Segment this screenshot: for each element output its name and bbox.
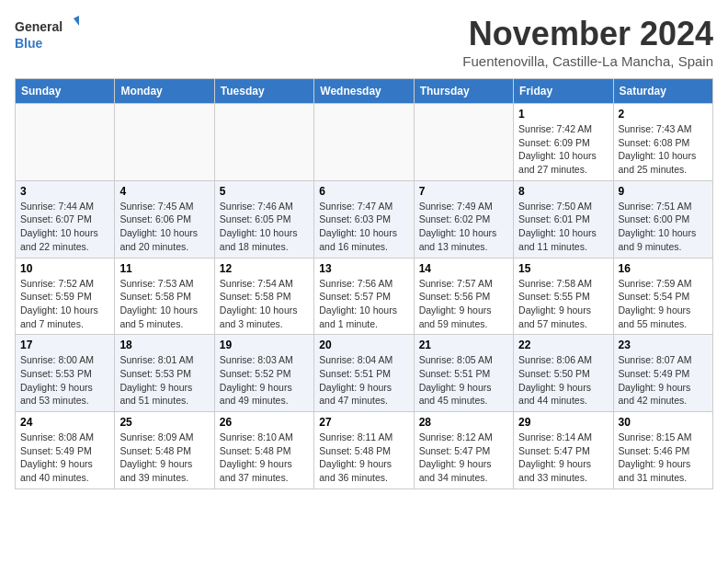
header: General Blue November 2024 Fuentenovilla… (15, 15, 713, 69)
weekday-header: Tuesday (214, 79, 313, 104)
day-number: 28 (419, 416, 508, 429)
calendar: SundayMondayTuesdayWednesdayThursdayFrid… (15, 78, 713, 489)
day-number: 23 (619, 339, 708, 351)
calendar-cell: 4Sunrise: 7:45 AM Sunset: 6:06 PM Daylig… (115, 180, 214, 258)
day-info: Sunrise: 7:52 AM Sunset: 5:59 PM Dayligh… (20, 277, 109, 331)
day-number: 27 (319, 416, 408, 429)
calendar-cell: 7Sunrise: 7:49 AM Sunset: 6:02 PM Daylig… (414, 180, 513, 258)
calendar-cell: 15Sunrise: 7:58 AM Sunset: 5:55 PM Dayli… (514, 258, 613, 335)
calendar-cell: 27Sunrise: 8:11 AM Sunset: 5:48 PM Dayli… (314, 412, 414, 489)
calendar-cell: 13Sunrise: 7:56 AM Sunset: 5:57 PM Dayli… (314, 258, 414, 335)
day-info: Sunrise: 8:03 AM Sunset: 5:52 PM Dayligh… (220, 353, 309, 408)
calendar-cell (414, 104, 513, 181)
calendar-cell: 20Sunrise: 8:04 AM Sunset: 5:51 PM Dayli… (314, 335, 414, 412)
calendar-cell: 19Sunrise: 8:03 AM Sunset: 5:52 PM Dayli… (214, 335, 313, 412)
calendar-cell: 10Sunrise: 7:52 AM Sunset: 5:59 PM Dayli… (16, 258, 115, 335)
weekday-header: Wednesday (314, 79, 414, 104)
calendar-cell: 2Sunrise: 7:43 AM Sunset: 6:08 PM Daylig… (613, 104, 712, 181)
calendar-cell: 29Sunrise: 8:14 AM Sunset: 5:47 PM Dayli… (514, 412, 613, 489)
day-number: 26 (220, 416, 309, 429)
day-info: Sunrise: 8:15 AM Sunset: 5:46 PM Dayligh… (619, 431, 708, 485)
day-info: Sunrise: 7:44 AM Sunset: 6:07 PM Dayligh… (20, 200, 109, 254)
day-info: Sunrise: 8:01 AM Sunset: 5:53 PM Dayligh… (119, 353, 209, 408)
calendar-cell (115, 104, 214, 181)
day-info: Sunrise: 7:57 AM Sunset: 5:56 PM Dayligh… (419, 277, 508, 331)
day-number: 6 (319, 185, 408, 198)
day-number: 8 (518, 185, 608, 198)
day-info: Sunrise: 7:56 AM Sunset: 5:57 PM Dayligh… (319, 277, 408, 331)
day-info: Sunrise: 7:43 AM Sunset: 6:08 PM Dayligh… (619, 122, 708, 177)
day-info: Sunrise: 7:51 AM Sunset: 6:00 PM Dayligh… (619, 200, 708, 254)
weekday-header: Thursday (414, 79, 513, 104)
day-info: Sunrise: 7:49 AM Sunset: 6:02 PM Dayligh… (419, 200, 508, 254)
calendar-cell (314, 104, 414, 181)
calendar-cell: 14Sunrise: 7:57 AM Sunset: 5:56 PM Dayli… (414, 258, 513, 335)
calendar-cell: 1Sunrise: 7:42 AM Sunset: 6:09 PM Daylig… (514, 104, 613, 181)
day-number: 5 (220, 185, 309, 198)
calendar-cell: 3Sunrise: 7:44 AM Sunset: 6:07 PM Daylig… (16, 180, 115, 258)
day-number: 18 (119, 339, 209, 351)
calendar-cell: 9Sunrise: 7:51 AM Sunset: 6:00 PM Daylig… (613, 180, 712, 258)
day-number: 13 (319, 262, 408, 275)
calendar-cell: 24Sunrise: 8:08 AM Sunset: 5:49 PM Dayli… (16, 412, 115, 489)
calendar-week-row: 10Sunrise: 7:52 AM Sunset: 5:59 PM Dayli… (16, 258, 713, 335)
day-info: Sunrise: 8:05 AM Sunset: 5:51 PM Dayligh… (419, 353, 508, 408)
day-number: 15 (518, 262, 608, 275)
calendar-week-row: 17Sunrise: 8:00 AM Sunset: 5:53 PM Dayli… (16, 335, 713, 412)
location: Fuentenovilla, Castille-La Mancha, Spain (462, 53, 713, 69)
day-number: 12 (220, 262, 309, 275)
day-info: Sunrise: 8:09 AM Sunset: 5:48 PM Dayligh… (119, 431, 209, 485)
weekday-header-row: SundayMondayTuesdayWednesdayThursdayFrid… (16, 79, 713, 104)
calendar-cell: 11Sunrise: 7:53 AM Sunset: 5:58 PM Dayli… (115, 258, 214, 335)
logo-svg: General Blue (15, 15, 79, 53)
day-number: 29 (518, 416, 608, 429)
svg-text:General: General (15, 19, 63, 34)
day-number: 16 (619, 262, 708, 275)
day-info: Sunrise: 7:59 AM Sunset: 5:54 PM Dayligh… (619, 277, 708, 331)
day-info: Sunrise: 7:58 AM Sunset: 5:55 PM Dayligh… (518, 277, 608, 331)
day-number: 3 (20, 185, 109, 198)
calendar-cell: 8Sunrise: 7:50 AM Sunset: 6:01 PM Daylig… (514, 180, 613, 258)
svg-marker-2 (74, 15, 79, 26)
svg-text:Blue: Blue (15, 36, 43, 51)
calendar-cell: 17Sunrise: 8:00 AM Sunset: 5:53 PM Dayli… (16, 335, 115, 412)
day-info: Sunrise: 8:06 AM Sunset: 5:50 PM Dayligh… (518, 353, 608, 408)
day-number: 21 (419, 339, 508, 351)
day-info: Sunrise: 7:46 AM Sunset: 6:05 PM Dayligh… (220, 200, 309, 254)
weekday-header: Monday (115, 79, 214, 104)
day-number: 30 (619, 416, 708, 429)
day-info: Sunrise: 8:08 AM Sunset: 5:49 PM Dayligh… (20, 431, 109, 485)
day-info: Sunrise: 7:50 AM Sunset: 6:01 PM Dayligh… (518, 200, 608, 254)
logo: General Blue (15, 15, 79, 53)
weekday-header: Saturday (613, 79, 712, 104)
calendar-cell: 23Sunrise: 8:07 AM Sunset: 5:49 PM Dayli… (613, 335, 712, 412)
calendar-cell: 30Sunrise: 8:15 AM Sunset: 5:46 PM Dayli… (613, 412, 712, 489)
day-info: Sunrise: 8:11 AM Sunset: 5:48 PM Dayligh… (319, 431, 408, 485)
day-number: 9 (619, 185, 708, 198)
month-title: November 2024 (462, 15, 713, 53)
calendar-cell: 22Sunrise: 8:06 AM Sunset: 5:50 PM Dayli… (514, 335, 613, 412)
day-info: Sunrise: 8:12 AM Sunset: 5:47 PM Dayligh… (419, 431, 508, 485)
calendar-cell: 28Sunrise: 8:12 AM Sunset: 5:47 PM Dayli… (414, 412, 513, 489)
title-section: November 2024 Fuentenovilla, Castille-La… (462, 15, 713, 69)
day-info: Sunrise: 7:45 AM Sunset: 6:06 PM Dayligh… (119, 200, 209, 254)
day-info: Sunrise: 7:47 AM Sunset: 6:03 PM Dayligh… (319, 200, 408, 254)
day-number: 10 (20, 262, 109, 275)
day-info: Sunrise: 8:04 AM Sunset: 5:51 PM Dayligh… (319, 353, 408, 408)
day-number: 2 (619, 108, 708, 121)
day-info: Sunrise: 8:10 AM Sunset: 5:48 PM Dayligh… (220, 431, 309, 485)
calendar-cell: 18Sunrise: 8:01 AM Sunset: 5:53 PM Dayli… (115, 335, 214, 412)
calendar-cell: 25Sunrise: 8:09 AM Sunset: 5:48 PM Dayli… (115, 412, 214, 489)
calendar-week-row: 24Sunrise: 8:08 AM Sunset: 5:49 PM Dayli… (16, 412, 713, 489)
calendar-cell (16, 104, 115, 181)
day-number: 22 (518, 339, 608, 351)
day-number: 1 (518, 108, 608, 121)
day-info: Sunrise: 8:00 AM Sunset: 5:53 PM Dayligh… (20, 353, 109, 408)
day-number: 24 (20, 416, 109, 429)
weekday-header: Friday (514, 79, 613, 104)
calendar-cell: 5Sunrise: 7:46 AM Sunset: 6:05 PM Daylig… (214, 180, 313, 258)
day-number: 20 (319, 339, 408, 351)
calendar-cell: 16Sunrise: 7:59 AM Sunset: 5:54 PM Dayli… (613, 258, 712, 335)
calendar-cell (214, 104, 313, 181)
day-number: 25 (119, 416, 209, 429)
